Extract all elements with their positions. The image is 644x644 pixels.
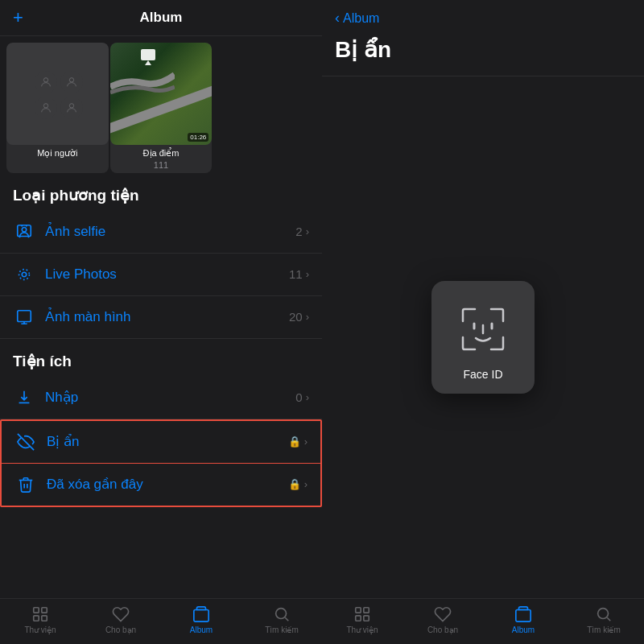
screenshot-count: 20: [289, 310, 303, 324]
media-section-header: Loại phương tiện: [0, 173, 322, 211]
hidden-chevron: ›: [304, 436, 308, 448]
deleted-lock-icon: 🔒: [288, 478, 301, 490]
add-button[interactable]: +: [13, 7, 23, 28]
live-photos-chevron: ›: [306, 268, 309, 280]
tab-search-left-label: Tìm kiếm: [265, 625, 299, 634]
selfie-count: 2: [295, 225, 302, 238]
places-album[interactable]: 01:26 Địa điểm 111: [110, 43, 213, 173]
live-photos-right: 11 ›: [289, 267, 309, 281]
import-chevron: ›: [306, 391, 309, 403]
hidden-icon: [14, 431, 37, 453]
right-content: This Al Face ID.: [322, 76, 644, 598]
screenshot-album-label: Ảnh màn hình: [45, 308, 289, 325]
svg-rect-24: [356, 616, 361, 621]
svg-line-28: [607, 617, 610, 621]
screenshot-album-right: 20 ›: [289, 310, 309, 324]
live-photos-item[interactable]: Live Photos 11 ›: [0, 254, 322, 296]
back-button[interactable]: ‹ Album: [335, 10, 631, 27]
import-label: Nhập: [45, 389, 295, 406]
tab-foryou-right[interactable]: Cho bạn: [402, 605, 483, 634]
people-album-label: Mọi người: [35, 145, 79, 160]
selfie-album-label: Ảnh selfie: [45, 223, 295, 240]
faceid-card: Face ID: [431, 281, 535, 394]
right-panel-title: Bị ẩn: [335, 33, 631, 66]
svg-rect-11: [18, 310, 31, 321]
right-panel: ‹ Album Bị ẩn This Al Face ID.: [322, 0, 644, 644]
svg-rect-15: [34, 616, 39, 621]
selfie-icon: [13, 221, 35, 243]
svg-rect-22: [356, 608, 361, 613]
left-panel: + Album: [0, 0, 322, 644]
deleted-chevron: ›: [304, 478, 308, 490]
faceid-overlay: Face ID: [431, 281, 535, 394]
right-header: ‹ Album Bị ẩn: [322, 0, 644, 76]
back-chevron-icon: ‹: [335, 10, 340, 27]
utility-section-header: Tiện ích: [0, 339, 322, 377]
hidden-lock-icon: 🔒: [288, 436, 301, 448]
live-photos-count: 11: [289, 267, 303, 281]
svg-rect-26: [516, 610, 530, 622]
svg-rect-16: [42, 616, 47, 621]
tab-foryou[interactable]: Cho bạn: [80, 605, 161, 634]
svg-point-27: [598, 609, 609, 619]
selfie-album-right: 2 ›: [295, 225, 309, 238]
svg-rect-5: [141, 49, 155, 60]
left-panel-title: Album: [140, 10, 183, 26]
tab-library-right[interactable]: Thư viện: [322, 605, 402, 634]
deleted-right: 🔒 ›: [288, 478, 308, 490]
live-photos-icon: [13, 263, 35, 286]
recently-deleted-item[interactable]: Đã xóa gần đây 🔒 ›: [2, 464, 320, 506]
screenshot-album-item[interactable]: Ảnh màn hình 20 ›: [0, 296, 322, 339]
svg-line-19: [285, 617, 288, 621]
faceid-icon: [455, 301, 511, 357]
tab-album-right[interactable]: Album: [483, 605, 564, 634]
places-album-label: Địa điểm: [142, 145, 181, 160]
svg-point-1: [70, 78, 74, 82]
right-tab-bar: Thư viện Cho bạn Album Tìm kiếm: [322, 598, 644, 644]
svg-rect-23: [364, 608, 369, 613]
import-count: 0: [295, 390, 302, 404]
highlighted-group: Bị ẩn 🔒 › Đã xóa gần đây 🔒 ›: [0, 419, 322, 507]
tab-foryou-right-label: Cho bạn: [427, 625, 458, 634]
import-album-item[interactable]: Nhập 0 ›: [0, 377, 322, 419]
faceid-icon-container: [451, 297, 515, 361]
tab-album-right-label: Album: [512, 625, 535, 634]
screenshot-icon: [13, 306, 35, 328]
tab-search-right[interactable]: Tìm kiếm: [564, 605, 644, 634]
live-photos-label: Live Photos: [45, 266, 289, 283]
tab-search-left[interactable]: Tìm kiếm: [242, 605, 322, 634]
selfie-album-item[interactable]: Ảnh selfie 2 ›: [0, 211, 322, 254]
svg-rect-25: [364, 616, 369, 621]
tab-album-left[interactable]: Album: [161, 605, 242, 634]
import-icon: [13, 386, 35, 409]
tab-album-left-label: Album: [190, 625, 213, 634]
hidden-right: 🔒 ›: [288, 436, 308, 448]
svg-rect-14: [42, 608, 47, 613]
tab-library[interactable]: Thư viện: [0, 605, 80, 634]
svg-point-0: [44, 78, 48, 82]
hidden-album-item[interactable]: Bị ẩn 🔒 ›: [2, 421, 320, 464]
people-album[interactable]: Mọi người: [6, 43, 109, 173]
left-tab-bar: Thư viện Cho bạn Album Tìm kiếm: [0, 598, 322, 644]
svg-rect-13: [34, 608, 39, 613]
hidden-album-label: Bị ẩn: [47, 433, 288, 450]
svg-point-7: [22, 227, 27, 232]
tab-library-label: Thư viện: [24, 625, 56, 634]
import-right: 0 ›: [295, 390, 309, 404]
tab-library-right-label: Thư viện: [346, 625, 378, 634]
deleted-icon: [14, 473, 37, 496]
faceid-label: Face ID: [463, 368, 502, 381]
album-grid: Mọi người 01:26 Địa điểm: [0, 36, 322, 173]
places-thumbnail: 01:26: [110, 43, 213, 145]
map-duration: 01:26: [188, 133, 208, 142]
recently-deleted-label: Đã xóa gần đây: [47, 476, 288, 493]
svg-point-18: [276, 609, 287, 619]
svg-point-2: [44, 104, 48, 108]
svg-point-3: [70, 104, 74, 108]
people-thumbnail: [6, 43, 109, 145]
svg-rect-17: [194, 610, 208, 622]
tab-foryou-label: Cho bạn: [105, 625, 136, 634]
screenshot-chevron: ›: [306, 311, 309, 323]
places-album-count: 111: [154, 160, 168, 173]
left-content: Mọi người 01:26 Địa điểm: [0, 36, 322, 598]
